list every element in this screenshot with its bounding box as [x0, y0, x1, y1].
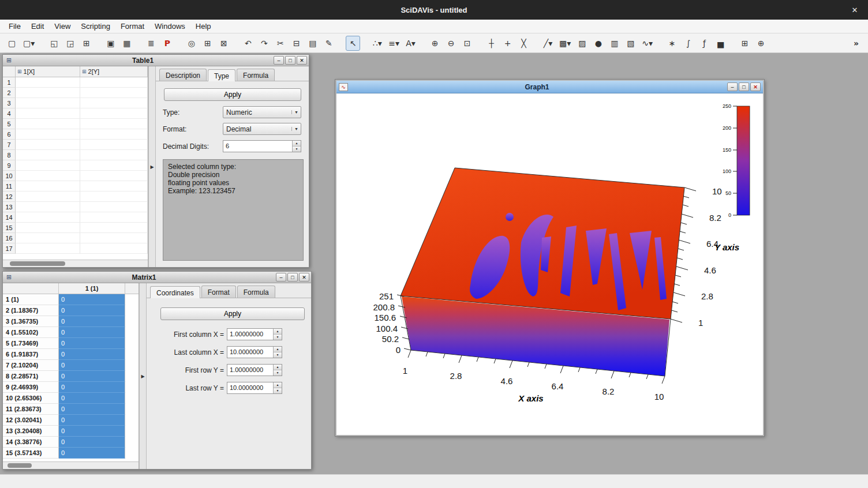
row-number[interactable]: 7 [3, 140, 16, 150]
matrix-row-header[interactable]: 10 (2.65306) [3, 393, 59, 404]
script-editor-button[interactable]: ✎ [321, 36, 336, 51]
table-cell[interactable] [80, 192, 148, 202]
select-data-range-button[interactable]: + [500, 36, 515, 51]
row-number[interactable]: 16 [3, 233, 16, 243]
table-cell[interactable] [16, 150, 80, 160]
menu-windows[interactable]: Windows [149, 20, 190, 33]
table-cell[interactable] [16, 160, 80, 171]
scrollbar-handle[interactable] [8, 463, 32, 468]
maximize-button[interactable]: □ [285, 56, 295, 65]
coordinate-spinbox[interactable]: 10.0000000 ▲ ▼ [227, 346, 282, 358]
new-project-button[interactable]: ▢ [5, 36, 19, 51]
corner-cell[interactable] [3, 283, 59, 294]
apply-button[interactable]: Apply [160, 307, 305, 320]
function-plot-button[interactable]: ƒ [697, 36, 712, 51]
table-cell[interactable] [16, 140, 80, 150]
matrix-row-header[interactable]: 4 (1.55102) [3, 327, 59, 338]
plot-image-button[interactable]: ▨ [575, 36, 589, 51]
tab-formula[interactable]: Formula [237, 69, 275, 81]
menu-help[interactable]: Help [190, 20, 216, 33]
import-ascii-button[interactable]: ⊞ [79, 36, 93, 51]
coordinate-spinbox[interactable]: 1.00000000 ▲ ▼ [227, 364, 282, 376]
minimize-button[interactable]: – [274, 56, 284, 65]
row-number[interactable]: 4 [3, 108, 16, 119]
row-number[interactable]: 5 [3, 119, 16, 129]
matrix-row-header[interactable]: 11 (2.83673) [3, 404, 59, 415]
matrix-row-header[interactable]: 2 (1.18367) [3, 305, 59, 316]
tab-formula[interactable]: Formula [237, 286, 275, 298]
copy-button[interactable]: ⊟ [289, 36, 304, 51]
matrix-cell-selected[interactable]: 0 [59, 294, 125, 305]
scrollbar-handle[interactable] [10, 261, 65, 266]
spin-down-icon[interactable]: ▼ [293, 147, 301, 152]
matrix-row-header[interactable]: 6 (1.91837) [3, 349, 59, 360]
row-number[interactable]: 17 [3, 243, 16, 254]
row-number[interactable]: 11 [3, 181, 16, 192]
plot-pie-button[interactable]: ● [591, 36, 605, 51]
rescale-plot-button[interactable]: ⊡ [460, 36, 474, 51]
row-number[interactable]: 15 [3, 223, 16, 233]
row-number[interactable]: 1 [3, 77, 16, 88]
table-cell[interactable] [80, 243, 148, 254]
window-titlebar[interactable]: SciDAVis - untitled ✕ [0, 0, 868, 20]
table1-titlebar[interactable]: ⊞ Table1 – □ ✕ [3, 55, 309, 66]
table-cell[interactable] [16, 243, 80, 254]
spin-up-icon[interactable]: ▲ [274, 382, 282, 388]
table-cell[interactable] [16, 108, 80, 119]
save-template-button[interactable]: ▦ [119, 36, 134, 51]
spin-down-icon[interactable]: ▼ [274, 335, 282, 340]
open-project-button[interactable]: ◱ [47, 36, 61, 51]
graph1-titlebar[interactable]: ∿ Graph1 – □ ✕ [336, 81, 763, 93]
table-cell[interactable] [80, 160, 148, 171]
matrix-cell-selected[interactable]: 0 [59, 404, 125, 415]
spin-up-icon[interactable]: ▲ [274, 329, 282, 335]
pointer-tool-button[interactable]: ↖ [346, 36, 360, 51]
histogram-button[interactable]: ▅ [713, 36, 728, 51]
tab-type[interactable]: Type [208, 69, 235, 81]
table-cell[interactable] [16, 202, 80, 212]
draw-line-dropdown[interactable]: ╱▾ [541, 36, 555, 51]
close-button[interactable]: ✕ [297, 56, 307, 65]
lock-button[interactable]: ⊠ [216, 36, 231, 51]
matrix-cell-selected[interactable]: 0 [59, 448, 125, 459]
matrix-column-header[interactable]: 1 (1) [59, 283, 125, 294]
redo-button[interactable]: ↷ [257, 36, 271, 51]
table-cell[interactable] [80, 98, 148, 108]
matrix-cell-selected[interactable]: 0 [59, 316, 125, 327]
table-cell[interactable] [16, 98, 80, 108]
spin-down-icon[interactable]: ▼ [274, 352, 282, 358]
table-cell[interactable] [80, 202, 148, 212]
plot-symbol-dropdown[interactable]: ∴▾ [370, 36, 384, 51]
zoom-out-button[interactable]: ⊖ [444, 36, 458, 51]
new-table-button[interactable]: ⊞ [738, 36, 752, 51]
table-cell[interactable] [80, 88, 148, 98]
screen-reader-button[interactable]: ┼ [484, 36, 499, 51]
matrix-row-header[interactable]: 12 (3.02041) [3, 415, 59, 426]
menu-view[interactable]: View [49, 20, 76, 33]
minimize-button[interactable]: – [727, 82, 738, 91]
maximize-button[interactable]: □ [287, 273, 298, 281]
find-button[interactable]: ◎ [184, 36, 199, 51]
menu-edit[interactable]: Edit [26, 20, 49, 33]
row-number[interactable]: 8 [3, 150, 16, 160]
matrix-row-header[interactable]: 3 (1.36735) [3, 316, 59, 327]
table-cell[interactable] [16, 119, 80, 129]
table-cell[interactable] [16, 233, 80, 243]
table-cell[interactable] [16, 77, 80, 88]
spin-up-icon[interactable]: ▲ [293, 141, 301, 147]
row-number[interactable]: 10 [3, 171, 16, 181]
export-pdf-button[interactable]: P [160, 36, 174, 51]
matrix-cell-selected[interactable]: 0 [59, 305, 125, 316]
matrix-cell-selected[interactable]: 0 [59, 426, 125, 437]
plot-3d-dropdown[interactable]: ▩▾ [557, 36, 573, 51]
matrix-cell-selected[interactable]: 0 [59, 327, 125, 338]
matrix-cell-selected[interactable]: 0 [59, 371, 125, 382]
matrix1-titlebar[interactable]: ⊞ Matrix1 – □ ✕ [3, 272, 311, 283]
table-cell[interactable] [80, 129, 148, 140]
apply-button[interactable]: Apply [164, 88, 301, 101]
table-cell[interactable] [16, 171, 80, 181]
field-value[interactable]: 1.00000000 [227, 365, 273, 376]
close-button[interactable]: ✕ [299, 273, 309, 281]
row-number[interactable]: 12 [3, 192, 16, 202]
table-cell[interactable] [16, 88, 80, 98]
